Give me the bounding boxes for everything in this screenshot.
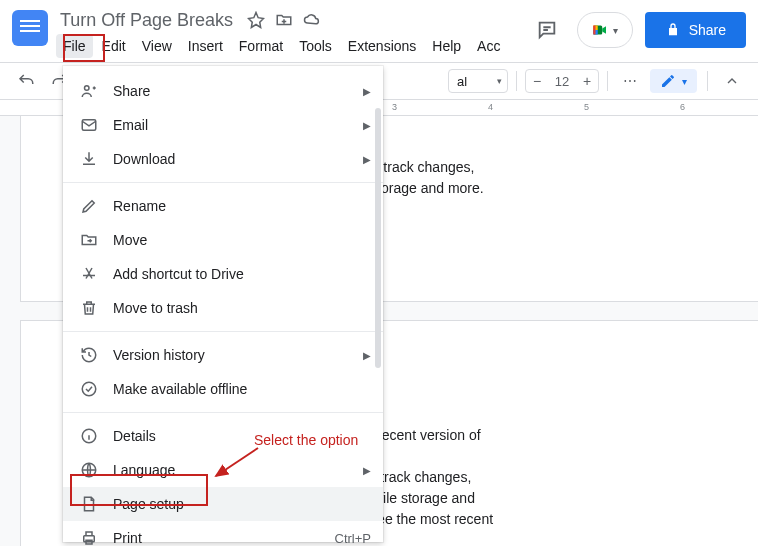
drive-shortcut-icon	[79, 264, 99, 284]
page-icon	[79, 494, 99, 514]
download-icon	[79, 149, 99, 169]
star-icon[interactable]	[247, 11, 265, 29]
header-right: ▾ Share	[529, 8, 746, 48]
person-plus-icon	[79, 81, 99, 101]
submenu-arrow-icon: ▶	[363, 465, 371, 476]
share-button[interactable]: Share	[645, 12, 746, 48]
shortcut-label: Ctrl+P	[335, 531, 371, 546]
menu-item-label: Make available offline	[113, 381, 371, 397]
font-select[interactable]: al	[448, 69, 508, 93]
menu-item-label: Page setup	[113, 496, 371, 512]
menu-item-label: Rename	[113, 198, 371, 214]
separator	[516, 71, 517, 91]
history-icon	[79, 345, 99, 365]
menu-extensions[interactable]: Extensions	[341, 34, 423, 58]
menu-item-email[interactable]: Email▶	[63, 108, 383, 142]
collapse-button[interactable]	[718, 67, 746, 95]
menu-view[interactable]: View	[135, 34, 179, 58]
submenu-arrow-icon: ▶	[363, 120, 371, 131]
ruler-mark: 3	[392, 102, 397, 112]
menu-item-label: Share	[113, 83, 349, 99]
font-size-decrease[interactable]: −	[526, 73, 548, 89]
menu-edit[interactable]: Edit	[95, 34, 133, 58]
trash-icon	[79, 298, 99, 318]
menu-item-label: Move to trash	[113, 300, 371, 316]
menu-item-print[interactable]: PrintCtrl+P	[63, 521, 383, 546]
info-icon	[79, 426, 99, 446]
meet-button[interactable]: ▾	[577, 12, 633, 48]
ruler-mark: 5	[584, 102, 589, 112]
menu-format[interactable]: Format	[232, 34, 290, 58]
file-menu-dropdown: Share▶Email▶Download▶RenameMoveAdd short…	[63, 66, 383, 542]
font-size-control: − 12 +	[525, 69, 599, 93]
menu-item-label: Version history	[113, 347, 349, 363]
menu-item-move[interactable]: Move	[63, 223, 383, 257]
menu-item-download[interactable]: Download▶	[63, 142, 383, 176]
comments-icon[interactable]	[529, 12, 565, 48]
ruler-mark: 4	[488, 102, 493, 112]
cloud-status-icon[interactable]	[303, 11, 321, 29]
docs-logo-icon[interactable]	[12, 10, 48, 46]
menu-item-label: Add shortcut to Drive	[113, 266, 371, 282]
menu-item-label: Language	[113, 462, 349, 478]
svg-rect-3	[593, 26, 595, 35]
annotation-label: Select the option	[254, 432, 358, 448]
title-area: Turn Off Page Breaks File Edit View Inse…	[56, 8, 521, 58]
header: Turn Off Page Breaks File Edit View Inse…	[0, 0, 758, 58]
more-button[interactable]: ⋯	[616, 67, 644, 95]
ruler-mark: 6	[680, 102, 685, 112]
editing-mode-button[interactable]: ▾	[650, 69, 697, 93]
font-size-increase[interactable]: +	[576, 73, 598, 89]
globe-icon	[79, 460, 99, 480]
move-folder-icon	[79, 230, 99, 250]
menu-item-add-shortcut-to-drive[interactable]: Add shortcut to Drive	[63, 257, 383, 291]
separator	[63, 331, 383, 332]
submenu-arrow-icon: ▶	[363, 350, 371, 361]
print-icon	[79, 528, 99, 546]
menu-item-rename[interactable]: Rename	[63, 189, 383, 223]
menu-item-label: Move	[113, 232, 371, 248]
mail-icon	[79, 115, 99, 135]
separator	[63, 182, 383, 183]
pencil-icon	[660, 73, 676, 89]
move-icon[interactable]	[275, 11, 293, 29]
menu-item-label: Email	[113, 117, 349, 133]
offline-icon	[79, 379, 99, 399]
menu-file[interactable]: File	[56, 34, 93, 58]
chevron-down-icon: ▾	[613, 25, 618, 36]
font-size-value[interactable]: 12	[548, 74, 576, 89]
submenu-arrow-icon: ▶	[363, 86, 371, 97]
share-label: Share	[689, 22, 726, 38]
menu-item-language[interactable]: Language▶	[63, 453, 383, 487]
chevron-down-icon: ▾	[682, 76, 687, 87]
svg-point-6	[82, 382, 96, 396]
menu-item-version-history[interactable]: Version history▶	[63, 338, 383, 372]
menu-accessibility[interactable]: Acc	[470, 34, 507, 58]
menu-item-label: Download	[113, 151, 349, 167]
meet-icon	[591, 21, 609, 39]
menu-item-move-to-trash[interactable]: Move to trash	[63, 291, 383, 325]
separator	[63, 412, 383, 413]
title-row: Turn Off Page Breaks	[56, 8, 521, 32]
separator	[607, 71, 608, 91]
menu-item-page-setup[interactable]: Page setup	[63, 487, 383, 521]
menu-item-label: Print	[113, 530, 321, 546]
menu-item-share[interactable]: Share▶	[63, 74, 383, 108]
menu-item-make-available-offline[interactable]: Make available offline	[63, 372, 383, 406]
menu-insert[interactable]: Insert	[181, 34, 230, 58]
menu-tools[interactable]: Tools	[292, 34, 339, 58]
undo-button[interactable]	[12, 67, 40, 95]
pencil-icon	[79, 196, 99, 216]
lock-icon	[665, 22, 681, 38]
menu-help[interactable]: Help	[425, 34, 468, 58]
separator	[707, 71, 708, 91]
svg-point-4	[85, 86, 90, 91]
menubar: File Edit View Insert Format Tools Exten…	[56, 34, 521, 58]
document-title[interactable]: Turn Off Page Breaks	[56, 10, 237, 31]
submenu-arrow-icon: ▶	[363, 154, 371, 165]
